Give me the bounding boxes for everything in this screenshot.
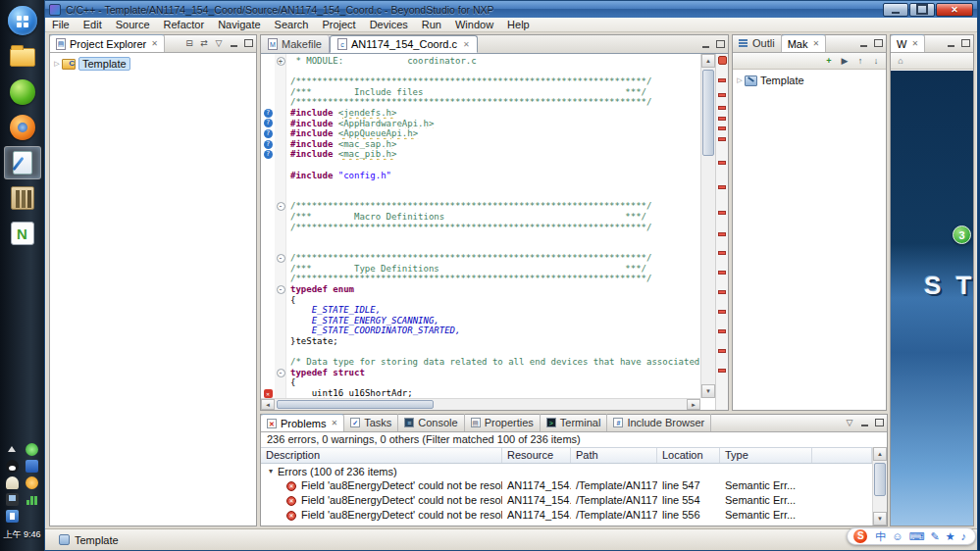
problems-scrollbar[interactable]: ▲ ▼ — [872, 447, 887, 526]
maximize-icon[interactable] — [241, 36, 255, 50]
close-tab-icon[interactable]: ✕ — [812, 39, 819, 48]
library-button[interactable] — [4, 181, 41, 215]
scrollbar-thumb[interactable] — [702, 70, 714, 156]
minimize-button[interactable] — [883, 3, 908, 17]
scrollbar-thumb[interactable] — [277, 400, 434, 409]
error-overview-mark[interactable] — [718, 185, 726, 189]
handwriting-icon[interactable]: ✎ — [930, 528, 939, 544]
editor-vertical-scrollbar[interactable]: ▲ ▼ — [700, 54, 715, 398]
menu-refactor[interactable]: Refactor — [157, 18, 212, 32]
close-tab-icon[interactable]: ✕ — [463, 40, 470, 49]
view-menu-icon[interactable]: ▽ — [843, 416, 856, 429]
scroll-right-arrow[interactable]: ► — [687, 399, 700, 410]
menu-devices[interactable]: Devices — [363, 18, 415, 32]
qq-penguin-tray-icon[interactable] — [6, 460, 19, 473]
explorer-folder-button[interactable] — [4, 40, 41, 74]
tab-welcome[interactable]: W ✕ — [891, 34, 925, 52]
editor-horizontal-scrollbar[interactable]: ◄ ► — [261, 398, 700, 410]
collapse-all-icon[interactable]: ⊟ — [182, 36, 196, 50]
tab-project-explorer[interactable]: ▤ Project Explorer ✕ — [50, 34, 165, 52]
error-overview-mark[interactable] — [718, 369, 726, 373]
overview-ruler[interactable] — [715, 54, 728, 410]
error-marker-icon[interactable]: ✕ — [264, 389, 273, 398]
move-up-icon[interactable]: ↑ — [853, 54, 867, 68]
minimize-view-icon[interactable] — [944, 36, 957, 50]
error-overview-mark[interactable] — [718, 106, 726, 110]
error-overview-mark[interactable] — [718, 137, 726, 141]
green-browser-button[interactable] — [4, 75, 41, 109]
error-overview-mark[interactable] — [718, 271, 726, 275]
move-down-icon[interactable]: ↓ — [869, 54, 883, 68]
problem-row[interactable]: ✕Field 'au8EnergyDetect' could not be re… — [261, 493, 872, 508]
start-orb-button[interactable] — [8, 6, 37, 35]
error-overview-mark[interactable] — [718, 93, 726, 97]
close-button[interactable]: ✕ — [936, 3, 973, 17]
scroll-up-arrow[interactable]: ▲ — [873, 447, 887, 461]
green-dot-tray-icon[interactable] — [26, 443, 38, 456]
expand-arrow-icon[interactable]: ▷ — [52, 60, 62, 68]
editor-tab-makefile[interactable]: MMakefile — [261, 35, 330, 53]
menu-edit[interactable]: Edit — [77, 18, 109, 32]
title-bar[interactable]: C/C++ - Template/AN1174_154_Coord/Source… — [45, 1, 977, 18]
firefox-button[interactable] — [4, 111, 41, 144]
toolbox-icon[interactable]: ♪ — [961, 528, 967, 544]
column-header-description[interactable]: Description — [261, 448, 502, 463]
menu-file[interactable]: File — [45, 18, 77, 32]
menu-window[interactable]: Window — [448, 18, 500, 32]
collapse-fold-icon[interactable]: - — [277, 285, 285, 294]
expand-arrow-icon[interactable]: ▷ — [735, 76, 745, 84]
error-overview-mark[interactable] — [718, 211, 726, 215]
error-overview-mark[interactable] — [718, 161, 726, 165]
link-with-editor-icon[interactable]: ⇄ — [197, 36, 211, 50]
tab-outli[interactable]: Outli — [733, 34, 782, 52]
problem-row[interactable]: ✕Field 'au8EnergyDetect' could not be re… — [261, 508, 872, 523]
error-overview-mark[interactable] — [718, 232, 726, 236]
column-header-resource[interactable]: Resource — [502, 448, 571, 463]
error-overview-mark[interactable] — [718, 290, 726, 294]
scroll-up-arrow[interactable]: ▲ — [701, 54, 715, 68]
help-marker-icon[interactable]: ? — [264, 119, 273, 127]
bell-tray-icon[interactable] — [6, 476, 19, 489]
help-marker-icon[interactable]: ? — [264, 140, 273, 149]
menu-navigate[interactable]: Navigate — [211, 18, 267, 32]
scroll-down-arrow[interactable]: ▼ — [701, 384, 715, 398]
error-overview-mark[interactable] — [718, 349, 726, 353]
error-overview-mark[interactable] — [718, 117, 726, 121]
tab-console[interactable]: ≡Console — [398, 414, 464, 431]
scroll-left-arrow[interactable]: ◄ — [261, 399, 275, 410]
close-tab-icon[interactable]: ✕ — [331, 419, 337, 427]
tab-terminal[interactable]: >Terminal — [541, 414, 608, 431]
show-hidden-tray-icon[interactable] — [6, 443, 19, 456]
menu-project[interactable]: Project — [315, 18, 362, 32]
phone-tray-icon[interactable] — [6, 493, 19, 506]
collapse-fold-icon[interactable]: - — [277, 254, 285, 263]
tab-tasks[interactable]: ✓Tasks — [344, 414, 398, 431]
taskbar-clock[interactable]: 上午 9:46 — [3, 528, 40, 541]
tab-properties[interactable]: ▤Properties — [465, 414, 541, 431]
view-menu-icon[interactable]: ▽ — [212, 36, 226, 50]
blue-app-tray-icon[interactable] — [26, 460, 38, 473]
tab-include-browser[interactable]: #Include Browser — [607, 414, 711, 431]
column-header-path[interactable]: Path — [571, 448, 657, 463]
minimize-editor-icon[interactable] — [698, 37, 712, 51]
error-overview-mark[interactable] — [718, 310, 726, 314]
scroll-down-arrow[interactable]: ▼ — [873, 512, 887, 526]
close-tab-icon[interactable]: ✕ — [911, 39, 918, 48]
help-marker-icon[interactable]: ? — [264, 109, 273, 118]
error-overview-mark[interactable] — [718, 251, 726, 255]
collapse-arrow-icon[interactable]: ▾ — [269, 467, 273, 476]
collapse-fold-icon[interactable]: - — [277, 369, 285, 377]
code-area[interactable]: + * MODULE: coordinator.c/**************… — [261, 54, 700, 398]
tab-problems[interactable]: ✕Problems✕ — [261, 414, 344, 431]
skin-icon[interactable]: ★ — [946, 528, 955, 544]
maximize-editor-icon[interactable] — [713, 37, 727, 51]
beyondstudio-button[interactable] — [4, 146, 41, 179]
errors-group-row[interactable]: ▾ Errors (100 of 236 items) — [261, 464, 872, 478]
problem-row[interactable]: ✕Field 'au8Sdu' could not be resolvedAN1… — [261, 523, 872, 526]
column-header-type[interactable]: Type — [720, 448, 812, 463]
emoji-icon[interactable]: ☺ — [892, 528, 903, 544]
minimize-icon[interactable] — [227, 36, 240, 50]
maximize-view-icon[interactable] — [871, 36, 885, 50]
notepad-plus-button[interactable]: N — [4, 217, 41, 250]
new-make-target-icon[interactable]: + — [822, 54, 836, 68]
